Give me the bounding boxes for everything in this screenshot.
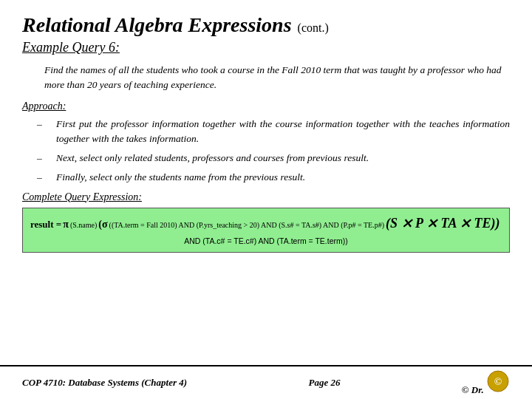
footer-left: COP 4710: Database Systems (Chapter 4) (22, 377, 187, 389)
bullet-text-2: Next, select only related students, prof… (56, 151, 369, 166)
example-description: Find the names of all the students who t… (44, 63, 510, 93)
main-title: Relational Algebra Expressions (22, 13, 292, 37)
bullet-item-3: – Finally, select only the students name… (37, 170, 510, 185)
query-sigma-cond: ((TA.term = Fall 2010) AND (P.yrs_teachi… (109, 219, 385, 231)
bullet-text-1: First put the professor information toge… (56, 117, 510, 147)
bullet-list: – First put the professor information to… (37, 117, 510, 185)
svg-text:©: © (494, 376, 502, 387)
title-line: Relational Algebra Expressions (cont.) (22, 13, 510, 37)
bullet-item-1: – First put the professor information to… (37, 117, 510, 147)
query-box: result = π(S.name) (σ((TA.term = Fall 20… (22, 208, 510, 253)
example-heading: Example Query 6: (22, 40, 510, 55)
query-big-expr: (S ⨯ P ⨯ TA ⨯ TE)) (386, 213, 499, 234)
page: Relational Algebra Expressions (cont.) E… (0, 0, 532, 399)
footer: COP 4710: Database Systems (Chapter 4) P… (0, 365, 532, 399)
query-line1: result = π(S.name) (σ((TA.term = Fall 20… (30, 213, 502, 234)
title-cont: (cont.) (298, 21, 329, 35)
footer-center: Page 26 (308, 377, 340, 389)
bullet-text-3: Finally, select only the students name f… (56, 170, 305, 185)
bullet-dash-1: – (37, 117, 49, 147)
query-sigma-symbol: (σ (98, 216, 107, 233)
bullet-item-2: – Next, select only related students, pr… (37, 151, 510, 166)
query-result-label: result = (30, 217, 61, 233)
footer-right: © Dr. © (462, 369, 510, 396)
approach-heading: Approach: (22, 100, 510, 112)
bullet-dash-3: – (37, 170, 49, 185)
query-pi-sub: (S.name) (70, 219, 97, 231)
query-pi-symbol: π (63, 216, 69, 233)
complete-heading: Complete Query Expression: (22, 191, 510, 203)
footer-logo: © (486, 369, 510, 393)
query-line2: AND (TA.c# = TE.c#) AND (TA.term = TE.te… (30, 235, 502, 248)
bullet-dash-2: – (37, 151, 49, 166)
